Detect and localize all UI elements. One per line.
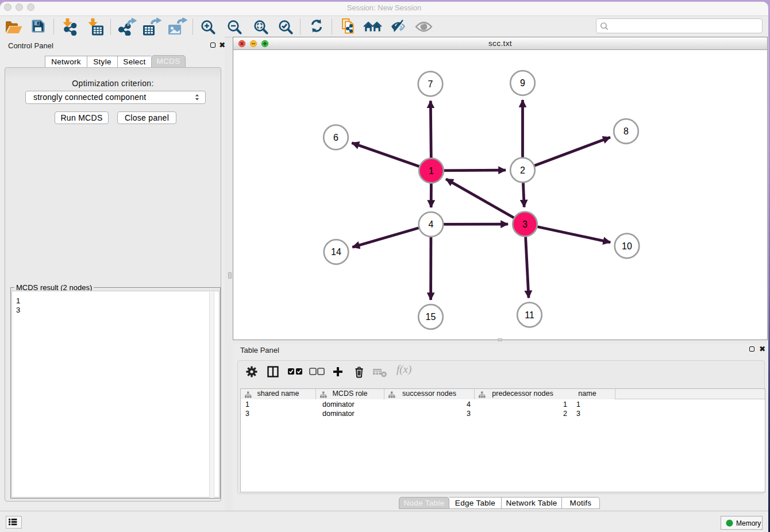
svg-text:8: 8 [623, 126, 629, 136]
svg-text:14: 14 [331, 247, 341, 257]
svg-text:6: 6 [333, 133, 338, 142]
svg-text:3: 3 [522, 219, 528, 229]
svg-text:1: 1 [429, 166, 434, 176]
svg-text:7: 7 [428, 79, 433, 89]
svg-text:11: 11 [525, 310, 534, 320]
svg-text:4: 4 [429, 219, 434, 229]
svg-text:2: 2 [520, 165, 525, 175]
svg-text:15: 15 [426, 312, 436, 322]
svg-text:9: 9 [520, 78, 525, 88]
svg-text:10: 10 [622, 241, 632, 251]
